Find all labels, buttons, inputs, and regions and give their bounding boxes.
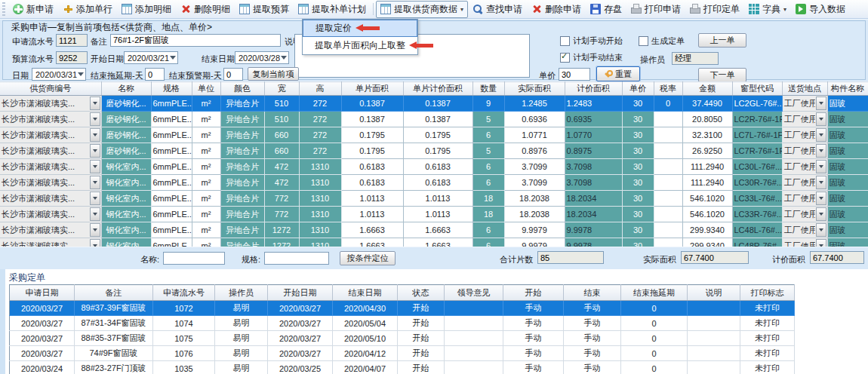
cell[interactable]: 手动 xyxy=(503,301,564,316)
cell[interactable]: 手动 xyxy=(564,346,621,361)
chevron-down-icon[interactable] xyxy=(816,207,826,221)
cell[interactable]: 1.0113 xyxy=(403,207,472,222)
cell[interactable]: 6mmPLE... xyxy=(151,159,192,175)
cell[interactable]: 30 xyxy=(622,222,654,238)
cell[interactable]: 2020/04/07 xyxy=(333,361,398,374)
cell[interactable]: 0 xyxy=(621,361,688,374)
previous-order-button[interactable]: 上一单 xyxy=(698,33,746,48)
cell[interactable] xyxy=(688,346,740,361)
cell[interactable]: 0.6183 xyxy=(403,175,472,191)
cell[interactable]: 1.2485 xyxy=(504,96,565,112)
cell[interactable]: 长沙市潇湘玻璃实... xyxy=(0,143,101,159)
filter-name-input[interactable] xyxy=(163,252,225,265)
toolbar-button-search[interactable]: 查找申请 xyxy=(468,1,527,18)
cell[interactable]: 2020/05/04 xyxy=(333,316,398,331)
cell[interactable]: 钢化室内... xyxy=(101,175,151,191)
column-header[interactable]: 名称 xyxy=(101,82,151,96)
cell[interactable]: 异地合片 xyxy=(220,191,264,207)
cell[interactable]: 0.8976 xyxy=(504,143,565,159)
cell[interactable]: 6mmPLE... xyxy=(151,127,192,143)
dropdown-cell[interactable]: 工厂使用 xyxy=(783,207,827,222)
column-header[interactable]: 数量 xyxy=(472,82,504,96)
chevron-down-icon[interactable] xyxy=(816,97,826,110)
cell[interactable]: 钢化室内... xyxy=(101,159,151,175)
cell[interactable]: 1310 xyxy=(299,191,341,207)
cell[interactable]: 660 xyxy=(264,143,299,159)
cell[interactable]: 3.7099 xyxy=(504,159,565,175)
column-header[interactable]: 宽 xyxy=(264,82,299,96)
column-header[interactable]: 领导意见 xyxy=(445,285,503,301)
cell[interactable]: 2020/03/24 xyxy=(10,361,75,374)
cell[interactable]: 工厂使用 xyxy=(782,207,827,222)
cell[interactable]: 1.6663 xyxy=(341,222,403,238)
cell[interactable]: 1.0113 xyxy=(341,191,403,207)
table-row[interactable]: 长沙市潇湘玻璃实...磨砂钢化...6mmPLE...m²异地合片6602720… xyxy=(0,143,868,159)
table-row[interactable]: 长沙市潇湘玻璃实...钢化室内...6mmPLE...m²异地合片7721310… xyxy=(0,191,868,207)
cell[interactable]: 111.2940 xyxy=(682,159,732,175)
cell[interactable]: 18 xyxy=(472,207,504,222)
cell[interactable]: 长沙市潇湘玻璃实... xyxy=(0,112,101,127)
chevron-down-icon[interactable] xyxy=(90,97,100,110)
cell[interactable]: 手动 xyxy=(564,301,621,316)
table-row[interactable]: 长沙市潇湘玻璃实...磨砂钢化...6mmPLE...m²异地合片5102720… xyxy=(0,112,868,127)
toolbar-button-extract-supplement[interactable]: 提取补单计划 xyxy=(294,1,371,18)
cell[interactable]: 0.1387 xyxy=(341,112,403,127)
chevron-down-icon[interactable] xyxy=(90,144,100,158)
cell[interactable]: 2020/03/25 xyxy=(268,361,333,374)
cell[interactable]: 30 xyxy=(622,96,654,112)
cell[interactable]: 0.1387 xyxy=(403,96,472,112)
cell[interactable]: 1.0771 xyxy=(504,127,565,143)
cell[interactable]: 工厂使用 xyxy=(782,112,827,127)
cell[interactable]: 0 xyxy=(621,316,688,331)
chevron-down-icon[interactable] xyxy=(816,223,826,237)
cell[interactable] xyxy=(654,191,682,207)
operator-field[interactable] xyxy=(672,52,719,65)
toolbar-button-save[interactable]: 存盘 xyxy=(586,1,626,18)
cell[interactable]: m² xyxy=(192,112,220,127)
cell[interactable]: 6 xyxy=(472,175,504,191)
toolbar-grip[interactable] xyxy=(2,2,5,16)
cell[interactable]: 30 xyxy=(622,112,654,127)
cell[interactable]: 易明 xyxy=(215,331,268,346)
column-header[interactable]: 结束日期 xyxy=(333,285,398,301)
cell[interactable]: 固玻 xyxy=(827,159,868,175)
cell[interactable]: 固玻 xyxy=(827,96,868,112)
cell[interactable]: 2020/03/27 xyxy=(268,331,333,346)
cell[interactable]: 2020/03/27 xyxy=(10,316,75,331)
cell[interactable]: 9 xyxy=(472,96,504,112)
column-header[interactable]: 规格 xyxy=(151,82,192,96)
cell[interactable]: 开始 xyxy=(398,346,445,361)
cell[interactable]: 1035 xyxy=(153,361,215,374)
cell[interactable]: 6mmPLE... xyxy=(151,112,192,127)
cell[interactable]: 2020/03/27 xyxy=(268,316,333,331)
cell[interactable]: 1310 xyxy=(299,159,341,175)
table-row[interactable]: 2020/03/2774#9F窗固玻1076易明2020/03/272020/0… xyxy=(10,346,795,361)
chevron-down-icon[interactable] xyxy=(90,223,100,237)
cell[interactable]: 异地合片 xyxy=(220,159,264,175)
cell[interactable]: 272 xyxy=(299,112,341,127)
delay-field[interactable] xyxy=(145,68,165,81)
cell[interactable]: 6mmPLE... xyxy=(151,191,192,207)
cell[interactable]: 长沙市潇湘玻璃实... xyxy=(0,127,101,143)
table-row[interactable]: 长沙市潇湘玻璃实...钢化室内...6mmPLE...m²异地合片4721310… xyxy=(0,175,868,191)
cell[interactable]: 长沙市潇湘玻璃实... xyxy=(0,175,101,191)
cell[interactable]: 6mmPLE... xyxy=(151,222,192,238)
chevron-down-icon[interactable] xyxy=(90,207,100,221)
cell[interactable]: 磨砂钢化... xyxy=(101,96,151,112)
cell[interactable]: 30 xyxy=(622,175,654,191)
column-header[interactable]: 单位 xyxy=(192,82,220,96)
copy-current-button[interactable]: 复制当前项 xyxy=(248,67,299,81)
cell[interactable]: 111.2940 xyxy=(682,175,732,191)
cell[interactable]: 1310 xyxy=(299,222,341,238)
dropdown-cell[interactable]: 长沙市潇湘玻璃实... xyxy=(0,127,101,143)
menu-item[interactable]: 提取单片面积向上取整 xyxy=(303,37,417,54)
table-row[interactable]: 2020/03/2488#23-27F门顶玻1035易明2020/03/2520… xyxy=(10,361,795,374)
cell[interactable] xyxy=(654,127,682,143)
cell[interactable]: 0.1795 xyxy=(341,127,403,143)
cell[interactable]: m² xyxy=(192,96,220,112)
request-no-field[interactable] xyxy=(56,34,88,47)
cell[interactable]: LC7R-76#-1F0 xyxy=(732,143,782,159)
chevron-down-icon[interactable] xyxy=(816,192,826,205)
cell[interactable]: 易明 xyxy=(215,301,268,316)
toolbar-button-extract-budget[interactable]: 提取预算 xyxy=(235,1,294,18)
